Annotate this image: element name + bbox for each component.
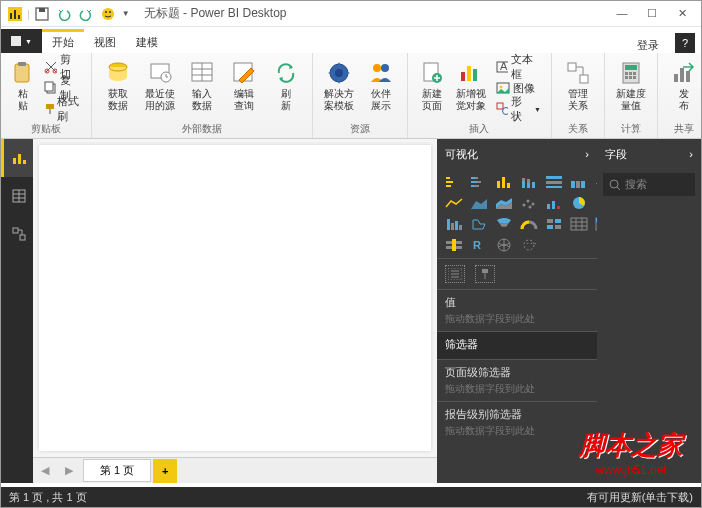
svg-rect-71 <box>474 185 479 187</box>
solution-templates-button[interactable]: 解决方案模板 <box>319 57 359 121</box>
values-well[interactable]: 值 拖动数据字段到此处 <box>437 289 597 331</box>
svg-point-89 <box>527 200 530 203</box>
smiley-icon[interactable] <box>98 4 118 24</box>
viz-type-16[interactable] <box>493 215 515 233</box>
svg-rect-33 <box>467 66 471 81</box>
svg-text:A: A <box>500 60 508 72</box>
nav-data-icon[interactable] <box>1 177 33 215</box>
fields-search-input[interactable]: 搜索 <box>603 173 695 196</box>
tab-view[interactable]: 视图 <box>84 29 126 53</box>
viz-type-22[interactable]: R <box>468 236 490 254</box>
viz-type-2[interactable] <box>493 173 515 191</box>
svg-rect-15 <box>45 82 53 91</box>
viz-type-12[interactable] <box>568 194 590 212</box>
svg-rect-65 <box>446 185 451 187</box>
help-icon[interactable]: ? <box>675 33 695 53</box>
new-visual-button[interactable]: 新增视觉对象 <box>453 57 490 121</box>
svg-rect-44 <box>625 65 637 70</box>
viz-type-8[interactable] <box>468 194 490 212</box>
file-tab[interactable]: ▼ <box>1 29 42 53</box>
svg-rect-105 <box>555 225 561 229</box>
viz-type-3[interactable] <box>518 173 540 191</box>
fields-panel: 字段 › 搜索 <box>597 139 701 483</box>
tab-home[interactable]: 开始 <box>42 29 84 53</box>
viz-type-9[interactable] <box>493 194 515 212</box>
recent-sources-button[interactable]: 最近使用的源 <box>140 57 180 121</box>
svg-point-28 <box>373 64 381 72</box>
viz-type-1[interactable] <box>468 173 490 191</box>
viz-type-19[interactable] <box>568 215 590 233</box>
page-filters-well[interactable]: 页面级筛选器 拖动数据字段到此处 <box>437 359 597 401</box>
svg-rect-72 <box>497 181 500 188</box>
viz-type-18[interactable] <box>543 215 565 233</box>
paste-button[interactable]: 粘贴 <box>7 57 38 121</box>
viz-type-23[interactable] <box>493 236 515 254</box>
insert-group-label: 插入 <box>469 121 489 137</box>
qat-divider: | <box>27 8 30 20</box>
svg-rect-76 <box>522 178 525 181</box>
report-filters-well[interactable]: 报告级别筛选器 拖动数据字段到此处 <box>437 401 597 443</box>
ribbon-group-clipboard: 粘贴 剪切 复制 格式刷 剪贴板 <box>1 53 92 138</box>
viz-panel-header[interactable]: 可视化 › <box>437 139 597 169</box>
viz-type-15[interactable] <box>468 215 490 233</box>
partner-showcase-button[interactable]: 伙伴展示 <box>361 57 401 121</box>
refresh-label: 刷新 <box>281 88 291 111</box>
manage-relationships-button[interactable]: 管理关系 <box>558 57 598 121</box>
viz-type-7[interactable] <box>443 194 465 212</box>
page-next-icon[interactable]: ▶ <box>57 459 81 483</box>
viz-type-5[interactable] <box>568 173 590 191</box>
viz-type-4[interactable] <box>543 173 565 191</box>
svg-rect-9 <box>11 36 21 46</box>
clipboard-group-label: 剪贴板 <box>31 121 61 137</box>
maximize-button[interactable]: ☐ <box>641 7 663 20</box>
quick-access-toolbar: | ▼ <box>5 4 132 24</box>
redo-icon[interactable] <box>76 4 96 24</box>
svg-rect-102 <box>547 219 553 223</box>
viz-type-0[interactable] <box>443 173 465 191</box>
textbox-button[interactable]: A文本框 <box>492 57 545 77</box>
tab-modeling[interactable]: 建模 <box>126 29 168 53</box>
page-filters-label: 页面级筛选器 <box>445 365 589 380</box>
page-tab-1[interactable]: 第 1 页 <box>83 459 151 482</box>
report-canvas[interactable] <box>39 145 431 451</box>
login-button[interactable]: 登录 <box>627 38 669 53</box>
viz-type-24[interactable]: ⋯ <box>518 236 540 254</box>
nav-report-icon[interactable] <box>1 139 33 177</box>
viz-type-17[interactable] <box>518 215 540 233</box>
svg-rect-41 <box>568 63 576 71</box>
new-page-button[interactable]: 新建页面 <box>414 57 451 121</box>
close-button[interactable]: ✕ <box>671 7 693 20</box>
viz-type-11[interactable] <box>543 194 565 212</box>
shapes-button[interactable]: 形状▼ <box>492 99 545 119</box>
viz-type-10[interactable] <box>518 194 540 212</box>
new-measure-button[interactable]: 新建度量值 <box>611 57 651 121</box>
undo-icon[interactable] <box>54 4 74 24</box>
enter-data-button[interactable]: 输入数据 <box>182 57 222 121</box>
viz-type-14[interactable] <box>443 215 465 233</box>
save-icon[interactable] <box>32 4 52 24</box>
status-update-link[interactable]: 有可用更新(单击下载) <box>587 490 693 505</box>
svg-rect-103 <box>555 219 561 223</box>
get-data-button[interactable]: 获取数据 <box>98 57 138 121</box>
svg-rect-68 <box>471 181 477 183</box>
resources-group-label: 资源 <box>350 121 370 137</box>
app-icon[interactable] <box>5 4 25 24</box>
svg-rect-104 <box>547 225 553 229</box>
viz-type-21[interactable] <box>443 236 465 254</box>
refresh-button[interactable]: 刷新 <box>266 57 306 121</box>
svg-rect-67 <box>475 177 478 179</box>
publish-button[interactable]: 发布 <box>664 57 702 121</box>
svg-rect-63 <box>446 177 450 179</box>
fields-mode-icon[interactable] <box>445 265 465 283</box>
chevron-down-icon[interactable]: ▼ <box>120 9 132 18</box>
page-prev-icon[interactable]: ◀ <box>33 459 57 483</box>
fields-panel-header[interactable]: 字段 › <box>597 139 701 169</box>
format-painter-button[interactable]: 格式刷 <box>40 99 85 119</box>
add-page-button[interactable]: + <box>153 459 177 483</box>
svg-rect-10 <box>15 64 29 82</box>
svg-rect-66 <box>471 177 475 179</box>
minimize-button[interactable]: — <box>611 7 633 20</box>
format-mode-icon[interactable] <box>475 265 495 283</box>
nav-model-icon[interactable] <box>1 215 33 253</box>
edit-queries-button[interactable]: 编辑查询 <box>224 57 264 121</box>
